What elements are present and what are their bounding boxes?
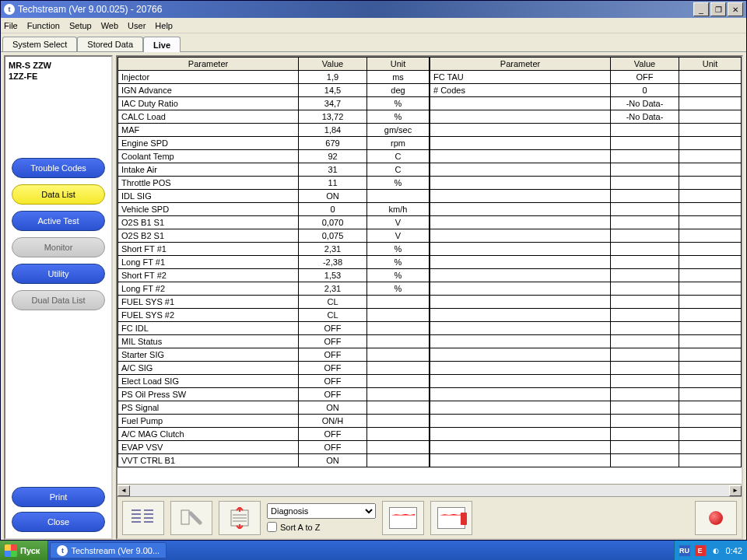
table-row-empty (430, 177, 742, 190)
scroll-left-arrow[interactable]: ◄ (117, 485, 130, 496)
param-cell: O2S B1 S1 (118, 216, 299, 229)
lang-indicator[interactable]: RU (679, 545, 690, 556)
param-cell: EVAP VSV (118, 441, 299, 454)
table-row[interactable]: VVT CTRL B1ON (118, 454, 430, 467)
record-button[interactable] (695, 501, 737, 535)
table-row[interactable]: IDL SIGON (118, 190, 430, 203)
table-row[interactable]: Starter SIGOFF (118, 348, 430, 362)
table-row[interactable]: IGN Advance14,5deg (118, 84, 430, 97)
data-list-button[interactable]: Data List (12, 184, 105, 205)
table-row[interactable]: PS Oil Press SWOFF (118, 388, 430, 401)
table-row[interactable]: Fuel PumpON/H (118, 415, 430, 428)
value-cell: 0 (299, 203, 367, 216)
unit-cell: % (367, 177, 430, 190)
table-row[interactable]: A/C MAG ClutchOFF (118, 428, 430, 441)
table-row[interactable]: -No Data- (430, 110, 742, 124)
table-row[interactable]: Intake Air31C (118, 163, 430, 177)
config-button[interactable] (170, 501, 212, 535)
expand-button[interactable] (219, 501, 261, 535)
param-cell: Fuel Pump (118, 415, 299, 428)
value-cell: OFF (299, 335, 367, 348)
table-row[interactable]: O2S B1 S10,070V (118, 216, 430, 229)
table-row[interactable]: FC IDLOFF (118, 322, 430, 335)
minimize-button[interactable]: _ (693, 2, 709, 16)
table-row[interactable]: Elect Load SIGOFF (118, 375, 430, 388)
trouble-codes-button[interactable]: Trouble Codes (12, 158, 105, 178)
table-row-empty (430, 401, 742, 415)
table-row[interactable]: Vehicle SPD0km/h (118, 203, 430, 216)
close-window-button[interactable]: ✕ (728, 2, 743, 16)
sort-checkbox[interactable] (267, 522, 277, 532)
graph2-button[interactable] (430, 501, 472, 535)
taskbar: Пуск t Techstream (Ver 9.00... RU E ◐ 0:… (0, 541, 747, 560)
list-view-button[interactable] (122, 501, 164, 535)
app-icon: t (57, 545, 68, 556)
table-row-empty (430, 282, 742, 296)
table-row[interactable]: Long FT #1-2,38% (118, 256, 430, 269)
table-row[interactable]: MAF1,84gm/sec (118, 124, 430, 137)
graph1-button[interactable] (382, 501, 424, 535)
table-row[interactable]: Short FT #12,31% (118, 243, 430, 256)
scroll-right-arrow[interactable]: ► (729, 485, 742, 496)
scroll-track[interactable] (130, 485, 729, 496)
print-button[interactable]: Print (12, 487, 105, 507)
table-row[interactable]: O2S B2 S10,075V (118, 229, 430, 243)
table-row[interactable]: Throttle POS11% (118, 177, 430, 190)
table-row-empty (430, 348, 742, 362)
tray-icon-e[interactable]: E (695, 545, 706, 556)
table-row[interactable]: CALC Load13,72% (118, 110, 430, 124)
taskbar-app-button[interactable]: t Techstream (Ver 9.00... (50, 542, 167, 558)
param-cell: Elect Load SIG (118, 375, 299, 388)
tab-system-select[interactable]: System Select (2, 37, 77, 51)
col-unit: Unit (679, 58, 742, 71)
windows-flag-icon (5, 544, 17, 557)
maximize-button[interactable]: ❐ (710, 2, 726, 16)
table-row-empty (430, 296, 742, 309)
table-row[interactable]: Short FT #21,53% (118, 269, 430, 282)
param-cell: A/C SIG (118, 362, 299, 375)
tray-icon-generic[interactable]: ◐ (710, 545, 721, 556)
table-row[interactable]: A/C SIGOFF (118, 362, 430, 375)
value-cell: OFF (299, 348, 367, 362)
menu-help[interactable]: Help (155, 21, 173, 30)
param-cell: Engine SPD (118, 137, 299, 150)
table-row[interactable]: PS SignalON (118, 401, 430, 415)
unit-cell: V (367, 229, 430, 243)
table-row[interactable]: IAC Duty Ratio34,7% (118, 97, 430, 110)
table-row[interactable]: MIL StatusOFF (118, 335, 430, 348)
table-row[interactable]: FUEL SYS #1CL (118, 296, 430, 309)
table-row[interactable]: Long FT #22,31% (118, 282, 430, 296)
record-icon (709, 511, 723, 525)
table-row[interactable]: Engine SPD679rpm (118, 137, 430, 150)
table-row[interactable]: EVAP VSVOFF (118, 441, 430, 454)
param-cell: IGN Advance (118, 84, 299, 97)
start-button[interactable]: Пуск (0, 541, 48, 560)
menu-function[interactable]: Function (27, 21, 60, 30)
value-cell: ON (299, 190, 367, 203)
table-row[interactable]: FUEL SYS #2CL (118, 309, 430, 322)
menu-setup[interactable]: Setup (69, 21, 92, 30)
table-row[interactable]: Coolant Temp92C (118, 150, 430, 163)
param-cell: Long FT #1 (118, 256, 299, 269)
table-row[interactable]: FC TAUOFF (430, 71, 742, 84)
sort-checkbox-label[interactable]: Sort A to Z (267, 522, 376, 532)
menu-web[interactable]: Web (101, 21, 118, 30)
tab-live[interactable]: Live (143, 37, 181, 52)
table-row[interactable]: # Codes0 (430, 84, 742, 97)
tab-stored-data[interactable]: Stored Data (77, 37, 143, 51)
menu-file[interactable]: File (4, 21, 18, 30)
table-row[interactable]: -No Data- (430, 97, 742, 110)
value-cell: OFF (299, 441, 367, 454)
view-mode-select[interactable]: Diagnosis (267, 503, 376, 519)
value-cell: 13,72 (299, 110, 367, 124)
active-test-button[interactable]: Active Test (12, 211, 105, 231)
unit-cell: % (367, 243, 430, 256)
table-row[interactable]: Injector1,9ms (118, 71, 430, 84)
param-cell: IAC Duty Ratio (118, 97, 299, 110)
utility-button[interactable]: Utility (12, 264, 105, 284)
horizontal-scrollbar[interactable]: ◄ ► (117, 484, 742, 496)
menu-user[interactable]: User (128, 21, 146, 30)
monitor-button: Monitor (12, 237, 105, 257)
unit-cell: ms (367, 71, 430, 84)
close-button[interactable]: Close (12, 512, 105, 532)
